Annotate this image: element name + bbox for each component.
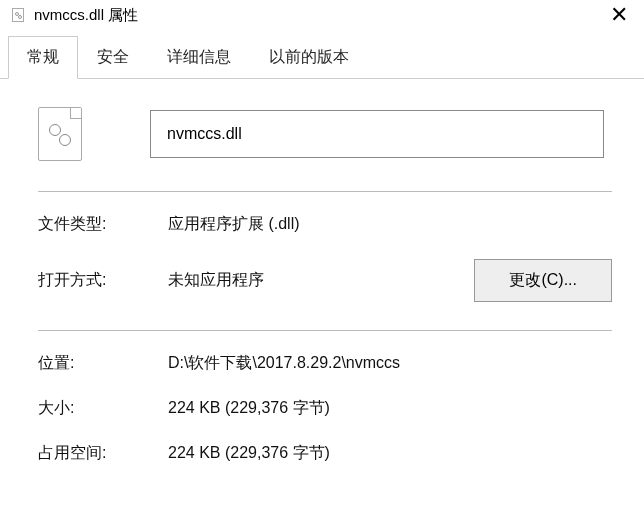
file-type-value: 应用程序扩展 (.dll) [168,214,612,235]
size-on-disk-label: 占用空间: [38,443,168,464]
tabs: 常规 安全 详细信息 以前的版本 [0,36,644,79]
tab-general[interactable]: 常规 [8,36,78,79]
tab-details[interactable]: 详细信息 [148,36,250,79]
size-label: 大小: [38,398,168,419]
opens-with-label: 打开方式: [38,270,168,291]
file-type-icon [38,107,82,161]
size-on-disk-value: 224 KB (229,376 字节) [168,443,612,464]
tab-security[interactable]: 安全 [78,36,148,79]
window-title: nvmccs.dll 属性 [34,6,138,25]
titlebar: nvmccs.dll 属性 ✕ [0,0,644,36]
file-type-label: 文件类型: [38,214,168,235]
location-label: 位置: [38,353,168,374]
svg-point-2 [19,16,22,19]
opens-with-value: 未知应用程序 [168,270,474,291]
divider [38,191,612,192]
filename-input[interactable] [150,110,604,158]
content-panel: 文件类型: 应用程序扩展 (.dll) 打开方式: 未知应用程序 更改(C)..… [0,79,644,464]
tab-previous-versions[interactable]: 以前的版本 [250,36,368,79]
divider [38,330,612,331]
svg-point-1 [16,13,19,16]
size-value: 224 KB (229,376 字节) [168,398,612,419]
close-button[interactable]: ✕ [610,4,634,26]
file-icon-small [10,7,26,23]
change-button[interactable]: 更改(C)... [474,259,612,302]
location-value: D:\软件下载\2017.8.29.2\nvmccs [168,353,612,374]
